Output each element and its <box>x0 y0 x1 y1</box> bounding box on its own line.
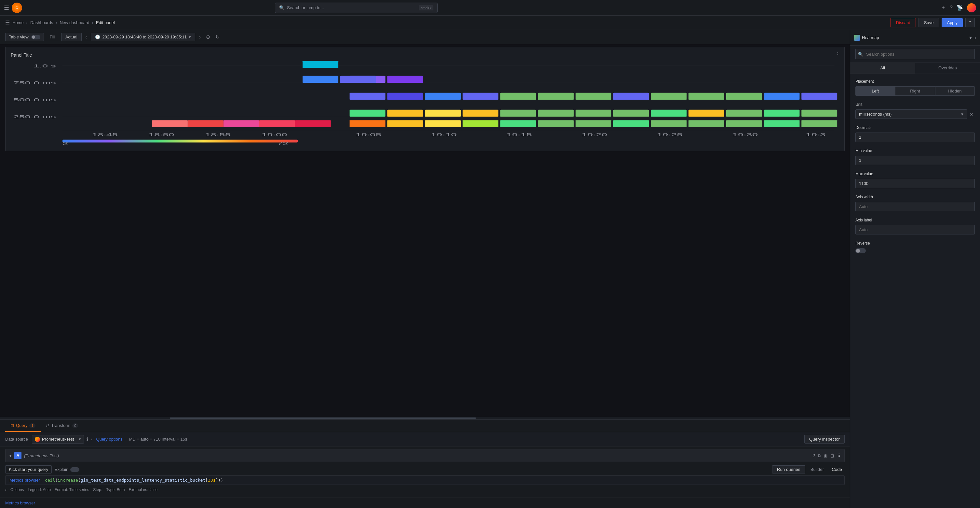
time-range-selector[interactable]: 🕐 2023-09-29 18:43:40 to 2023-09-29 19:3… <box>91 33 195 41</box>
query-options-button[interactable]: Query options <box>95 435 124 443</box>
query-inspector-button[interactable]: Query inspector <box>804 435 845 444</box>
hamburger-menu-icon[interactable]: ☰ <box>5 19 10 26</box>
breadcrumb-dashboards[interactable]: Dashboards <box>30 20 53 25</box>
query-tabs: ⊡ Query 1 ⇄ Transform 0 <box>0 420 850 432</box>
axis-label-input[interactable] <box>855 225 975 235</box>
svg-rect-14 <box>302 76 338 83</box>
min-value-input[interactable] <box>855 156 975 165</box>
time-prev-button[interactable]: ‹ <box>84 33 89 41</box>
query-tab[interactable]: ⊡ Query 1 <box>5 420 41 432</box>
unit-clear-button[interactable]: ✕ <box>968 110 975 118</box>
reverse-toggle[interactable] <box>855 248 866 253</box>
actual-button[interactable]: Actual <box>61 33 82 41</box>
explain-toggle[interactable] <box>70 467 80 472</box>
breadcrumb-sep-2: › <box>56 20 57 25</box>
query-help-icon[interactable]: ? <box>813 453 815 458</box>
svg-rect-29 <box>350 110 385 117</box>
visualization-label: Heatmap <box>862 35 879 40</box>
svg-rect-58 <box>764 120 800 127</box>
svg-text:500.0 ms: 500.0 ms <box>13 98 56 102</box>
query-input-row[interactable]: Metrics browser › ceil(increase(gin_test… <box>5 475 845 485</box>
reverse-toggle-row <box>855 248 975 253</box>
placement-hidden-button[interactable]: Hidden <box>935 86 975 96</box>
right-panel-chevron-icon[interactable]: ▾ <box>969 35 972 41</box>
svg-rect-32 <box>463 110 498 117</box>
query-drag-icon[interactable]: ⠿ <box>837 453 840 458</box>
query-collapse-icon[interactable]: ▾ <box>10 453 12 458</box>
right-panel-expand-icon[interactable]: › <box>974 35 976 41</box>
axis-width-input[interactable] <box>855 202 975 211</box>
max-value-input[interactable] <box>855 179 975 188</box>
apply-button[interactable]: Apply <box>942 18 963 27</box>
query-letter: A <box>14 452 21 459</box>
panel-title: Panel Title <box>11 53 839 58</box>
svg-text:19:00: 19:00 <box>261 133 287 137</box>
breadcrumb-actions: Discard Save Apply ⌃ <box>891 18 975 27</box>
placement-right-button[interactable]: Right <box>895 86 935 96</box>
axis-width-label: Axis width <box>855 195 975 199</box>
question-icon[interactable]: ? <box>950 5 953 11</box>
kick-start-button[interactable]: Kick start your query <box>5 465 52 473</box>
plus-icon[interactable]: ＋ <box>941 4 946 11</box>
refresh-button[interactable]: ↻ <box>214 33 221 42</box>
discard-button[interactable]: Discard <box>891 18 916 27</box>
hamburger-icon[interactable]: ☰ <box>4 4 9 11</box>
placement-left-button[interactable]: Left <box>855 86 895 96</box>
decimals-label: Decimals <box>855 125 975 130</box>
query-duplicate-icon[interactable]: ⧉ <box>818 453 821 458</box>
builder-button[interactable]: Builder <box>808 466 827 473</box>
prometheus-icon <box>35 437 40 442</box>
transform-tab[interactable]: ⇄ Transform 0 <box>41 420 84 432</box>
main-layout: Table view Fill Actual ‹ 🕐 2023-09-29 18… <box>0 30 980 508</box>
overrides-tab[interactable]: Overrides <box>915 63 980 73</box>
breadcrumb-new-dashboard[interactable]: New dashboard <box>60 20 89 25</box>
table-view-switch[interactable] <box>31 35 40 39</box>
table-view-toggle[interactable]: Table view <box>5 33 44 41</box>
svg-rect-11 <box>302 61 338 68</box>
options-chevron-icon[interactable]: › <box>5 487 6 492</box>
decimals-group: Decimals <box>855 125 975 142</box>
svg-rect-36 <box>613 110 649 117</box>
metrics-browser-bar: Metrics browser <box>0 498 850 508</box>
expand-chevron-button[interactable]: ⌃ <box>966 18 975 27</box>
decimals-input[interactable] <box>855 133 975 142</box>
metrics-browser-button[interactable]: Metrics browser › <box>10 478 42 482</box>
zoom-out-button[interactable]: ⊖ <box>205 33 212 42</box>
all-tab[interactable]: All <box>850 63 915 73</box>
right-panel: Heatmap ▾ › 🔍 All Overrides Placement Le… <box>850 30 980 508</box>
panel-menu-button[interactable]: ⋮ <box>835 51 840 58</box>
data-source-select[interactable]: Prometheus-Test ▾ <box>32 435 84 444</box>
query-eye-icon[interactable]: ◉ <box>824 453 827 458</box>
query-options-arrow: › <box>91 437 92 442</box>
metrics-browser-expand-button[interactable]: Metrics browser <box>5 500 35 505</box>
query-delete-icon[interactable]: 🗑 <box>830 453 835 458</box>
save-button[interactable]: Save <box>918 18 939 27</box>
unit-select[interactable]: milliseconds (ms) ▾ <box>855 109 967 119</box>
query-row-actions: ? ⧉ ◉ 🗑 ⠿ <box>813 453 840 458</box>
time-next-button[interactable]: › <box>198 33 202 41</box>
fill-button[interactable]: Fill <box>46 33 59 41</box>
search-options-wrapper: 🔍 <box>855 49 975 59</box>
svg-text:250.0 ms: 250.0 ms <box>13 115 56 119</box>
unit-input-row: milliseconds (ms) ▾ ✕ <box>855 109 975 119</box>
rss-icon[interactable]: 📡 <box>956 5 963 11</box>
svg-rect-50 <box>463 120 498 127</box>
query-toolbar: Data source Prometheus-Test ▾ ℹ › Query … <box>0 432 850 446</box>
svg-rect-40 <box>764 110 800 117</box>
query-code-text[interactable]: ceil(increase(gin_test_data_endpoints_la… <box>45 478 840 482</box>
metrics-browser-arrow: › <box>41 479 42 482</box>
query-ds-name: (Prometheus-Test) <box>24 453 59 458</box>
max-value-group: Max value <box>855 172 975 188</box>
ds-info-icon[interactable]: ℹ <box>86 437 88 442</box>
user-avatar[interactable] <box>967 3 976 12</box>
global-search[interactable]: 🔍 Search or jump to... cmd+k <box>275 3 438 13</box>
breadcrumb-sep-3: › <box>92 20 93 25</box>
code-button[interactable]: Code <box>829 466 845 473</box>
breadcrumb-home[interactable]: Home <box>12 20 24 25</box>
svg-rect-53 <box>576 120 611 127</box>
search-options-input[interactable] <box>855 49 975 59</box>
svg-text:19:10: 19:10 <box>431 133 457 137</box>
svg-rect-37 <box>651 110 687 117</box>
run-queries-button[interactable]: Run queries <box>772 465 805 473</box>
svg-text:19:3: 19:3 <box>806 133 826 137</box>
